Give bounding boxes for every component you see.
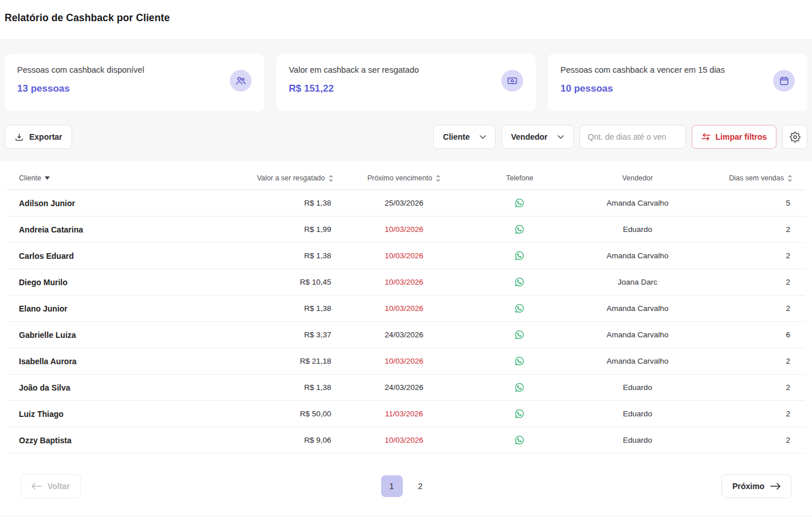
whatsapp-glyph [515, 198, 524, 208]
export-button[interactable]: Exportar [5, 125, 72, 149]
whatsapp-glyph [515, 409, 524, 419]
redeem-value-cell: R$ 1,99 [230, 216, 346, 243]
whatsapp-icon[interactable] [515, 198, 524, 208]
days-without-sales-cell: 2 [697, 348, 805, 375]
cashback-table: Cliente Valor a ser resgatado Próximo ve… [7, 168, 805, 454]
days-without-sales-cell: 2 [697, 296, 805, 322]
table-row: Carlos EduardR$ 1,3810/03/2026 Amanda Ca… [7, 243, 805, 269]
table-row: Elano JuniorR$ 1,3810/03/2026 Amanda Car… [7, 296, 805, 322]
column-header-valor[interactable]: Valor a ser resgatado [230, 168, 346, 190]
next-label: Próximo [732, 482, 764, 491]
footer-divider [0, 515, 812, 524]
column-label: Telefone [506, 174, 533, 182]
vendor-cell: Eduardo [578, 427, 697, 454]
due-date-cell: 24/03/2026 [346, 375, 462, 401]
whatsapp-icon[interactable] [515, 304, 524, 313]
whatsapp-icon[interactable] [515, 224, 524, 234]
phone-cell [462, 401, 578, 427]
download-icon [14, 132, 24, 142]
people-icon [230, 70, 252, 92]
due-date-cell: 10/03/2026 [346, 269, 462, 296]
due-date-cell: 10/03/2026 [346, 296, 462, 322]
stat-value: 10 pessoas [560, 83, 725, 94]
redeem-value-cell: R$ 10,45 [230, 269, 346, 296]
column-header-dias[interactable]: Dias sem vendas [697, 168, 805, 190]
next-button[interactable]: Próximo [721, 474, 791, 498]
swap-arrows-icon [701, 133, 711, 141]
page-button[interactable]: 2 [410, 475, 432, 497]
vendor-cell: Eduardo [578, 216, 697, 243]
days-without-sales-cell: 2 [697, 243, 805, 269]
settings-button[interactable] [782, 125, 807, 149]
clear-filters-label: Limpar filtros [716, 132, 767, 141]
vendor-cell: Eduardo [578, 401, 697, 427]
vendor-filter-dropdown[interactable]: Vendedor [501, 125, 574, 149]
column-label: Valor a ser resgatado [257, 174, 325, 182]
due-date-cell: 10/03/2026 [346, 427, 462, 454]
arrow-left-icon [32, 483, 42, 490]
whatsapp-glyph [515, 383, 524, 392]
column-label: Próximo vencimento [367, 174, 432, 182]
vendor-cell: Amanda Carvalho [578, 322, 697, 348]
back-button[interactable]: Voltar [21, 474, 81, 498]
phone-cell [462, 427, 578, 454]
client-filter-dropdown[interactable]: Cliente [433, 125, 496, 149]
redeem-value-cell: R$ 3,37 [230, 322, 346, 348]
whatsapp-icon[interactable] [515, 251, 524, 261]
banknote-icon [501, 70, 523, 92]
top-zone: Pessoas com cashback disponível 13 pesso… [0, 40, 812, 161]
redeem-value-cell: R$ 1,38 [230, 243, 346, 269]
whatsapp-icon[interactable] [515, 356, 524, 366]
stat-value: R$ 151,22 [289, 83, 419, 94]
vendor-cell: Amanda Carvalho [578, 190, 697, 216]
phone-cell [462, 375, 578, 401]
sort-arrows-icon [436, 175, 441, 182]
table-row: Adilson JuniorR$ 1,3825/03/2026 Amanda C… [7, 190, 805, 216]
page-title: Relatório de Cashback por Cliente [5, 12, 806, 24]
client-filter-label: Cliente [443, 132, 470, 141]
days-without-sales-cell: 2 [697, 269, 805, 296]
table-row: João da SilvaR$ 1,3824/03/2026 Eduardo2 [7, 375, 805, 401]
table-row: Gabrielle LuizaR$ 3,3724/03/2026 Amanda … [7, 322, 805, 348]
stat-card-cashback-available: Pessoas com cashback disponível 13 pesso… [5, 54, 264, 111]
whatsapp-icon[interactable] [515, 330, 524, 340]
vendor-cell: Amanda Carvalho [578, 296, 697, 322]
vendor-filter-label: Vendedor [511, 132, 548, 141]
chevron-down-icon [558, 135, 564, 139]
due-date-cell: 11/03/2026 [346, 401, 462, 427]
due-date-cell: 24/03/2026 [346, 322, 462, 348]
phone-cell [462, 190, 578, 216]
redeem-value-cell: R$ 1,38 [230, 190, 346, 216]
phone-cell [462, 216, 578, 243]
table-section: Cliente Valor a ser resgatado Próximo ve… [0, 161, 812, 524]
whatsapp-icon[interactable] [515, 277, 524, 287]
client-name-cell: Elano Junior [7, 296, 230, 322]
whatsapp-icon[interactable] [515, 383, 524, 392]
sort-arrows-icon [328, 175, 334, 182]
sort-caret-down-icon [45, 176, 50, 180]
due-date-cell: 10/03/2026 [346, 348, 462, 375]
days-until-due-input[interactable] [579, 125, 686, 149]
vendor-cell: Amanda Carvalho [578, 243, 697, 269]
pagination-pages: 12 [381, 475, 432, 497]
whatsapp-icon[interactable] [515, 435, 524, 445]
client-name-cell: Ozzy Baptista [7, 427, 230, 454]
table-row: Ozzy BaptistaR$ 9,0610/03/2026 Eduardo2 [7, 427, 805, 454]
redeem-value-cell: R$ 1,38 [230, 375, 346, 401]
client-name-cell: Gabrielle Luiza [7, 322, 230, 348]
stat-card-cashback-expiring: Pessoas com cashback a vencer em 15 dias… [548, 54, 807, 111]
client-name-cell: Isabella Aurora [7, 348, 230, 375]
sort-arrows-icon [787, 175, 793, 182]
page-header: Relatório de Cashback por Cliente [0, 0, 812, 40]
clear-filters-button[interactable]: Limpar filtros [692, 125, 776, 149]
column-header-cliente[interactable]: Cliente [7, 168, 230, 190]
table-row: Isabella AuroraR$ 21,1810/03/2026 Amanda… [7, 348, 805, 375]
page-button[interactable]: 1 [381, 475, 403, 497]
whatsapp-glyph [515, 435, 524, 445]
stat-label: Pessoas com cashback disponível [17, 65, 144, 74]
redeem-value-cell: R$ 21,18 [230, 348, 346, 375]
whatsapp-icon[interactable] [515, 409, 524, 419]
column-header-vencimento[interactable]: Próximo vencimento [346, 168, 462, 190]
column-label: Cliente [19, 174, 41, 182]
client-name-cell: Diego Murilo [7, 269, 230, 296]
